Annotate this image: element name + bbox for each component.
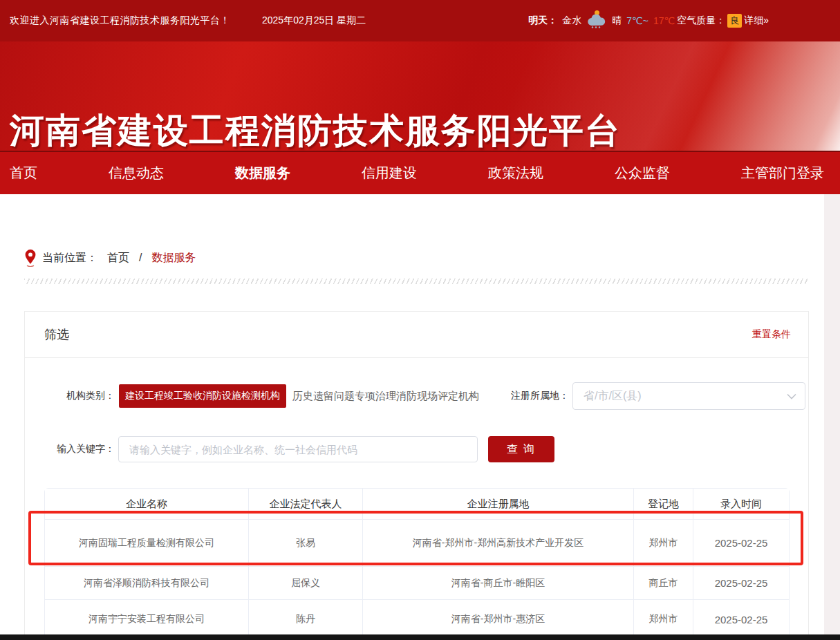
slash-divider (24, 279, 809, 284)
table-row: 河南宇宁安装工程有限公司陈丹河南省-郑州市-惠济区郑州市2025-02-25 (45, 600, 789, 639)
weather-detail-link[interactable]: 详细» (744, 15, 769, 27)
weather-tomorrow-label: 明天： (528, 15, 557, 27)
site-title: 河南省建设工程消防技术服务阳光平台 (10, 108, 621, 151)
table-cell: 河南省-郑州市-惠济区 (363, 600, 634, 639)
scrollbar[interactable] (824, 194, 840, 634)
column-header: 企业法定代表人 (249, 489, 363, 520)
keyword-label: 输入关键字： (25, 443, 115, 455)
companies-table: 企业名称企业法定代表人企业注册属地登记地录入时间 河南固瑞工程质量检测有限公司张… (44, 488, 790, 639)
category-option-legacy-assessment[interactable]: 历史遗留问题专项治理消防现场评定机构 (292, 390, 479, 403)
table-cell: 河南宇宁安装工程有限公司 (45, 600, 249, 639)
table-cell: 2025-02-25 (693, 600, 789, 639)
reset-filters-link[interactable]: 重置条件 (752, 328, 791, 341)
location-pin-icon (24, 249, 37, 267)
breadcrumb-label: 当前位置： (42, 251, 97, 265)
table-cell: 河南固瑞工程质量检测有限公司 (45, 520, 249, 567)
category-filter-row: 机构类别： 建设工程竣工验收消防设施检测机构历史遗留问题专项治理消防现场评定机构… (25, 382, 808, 410)
temp-high: 17℃ (653, 15, 675, 26)
table-cell: 陈丹 (249, 600, 363, 639)
breadcrumb: 当前位置： 首页 / 数据服务 (24, 249, 196, 267)
date-text: 2025年02月25日 星期二 (262, 15, 366, 27)
weather-widget: 明天： 金水 晴 7℃~ 17℃ 空气质量： 良 详细» (528, 12, 769, 29)
filter-title: 筛选 (44, 326, 69, 343)
temp-low: 7℃~ (626, 15, 648, 26)
nav-item-news[interactable]: 信息动态 (109, 164, 235, 182)
table-cell: 2025-02-25 (693, 520, 789, 567)
column-header: 录入时间 (693, 489, 789, 520)
keyword-filter-row: 输入关键字： 查 询 (25, 436, 808, 462)
region-select-placeholder: 省/市/区(县) (584, 389, 642, 404)
category-option-acceptance-testing[interactable]: 建设工程竣工验收消防设施检测机构 (119, 384, 286, 408)
breadcrumb-home[interactable]: 首页 (107, 251, 129, 265)
main-nav: 首页信息动态数据服务信用建设政策法规公众监督主管部门登录 (0, 151, 840, 194)
air-quality-badge: 良 (727, 14, 742, 28)
column-header: 企业注册属地 (363, 489, 634, 520)
table-row: 河南固瑞工程质量检测有限公司张易河南省-郑州市-郑州高新技术产业开发区郑州市20… (45, 520, 789, 567)
region-label: 注册所属地： (508, 390, 569, 402)
table-cell: 张易 (249, 520, 363, 567)
nav-item-supervision[interactable]: 公众监督 (615, 164, 741, 182)
keyword-input[interactable] (118, 436, 478, 462)
nav-item-policy[interactable]: 政策法规 (488, 164, 615, 182)
search-button[interactable]: 查 询 (488, 436, 554, 462)
breadcrumb-current: 数据服务 (151, 251, 196, 265)
air-quality-label: 空气质量： (677, 15, 725, 27)
table-row: 河南省泽顺消防科技有限公司屈保义河南省-商丘市-睢阳区商丘市2025-02-25 (45, 567, 789, 600)
table-cell: 郑州市 (634, 520, 693, 567)
weather-district: 金水 (562, 15, 581, 27)
top-info-bar: 欢迎进入河南省建设工程消防技术服务阳光平台！ 2025年02月25日 星期二 明… (0, 0, 840, 41)
nav-item-home[interactable]: 首页 (10, 164, 109, 182)
cloud-icon (586, 12, 607, 29)
table-cell: 河南省-商丘市-睢阳区 (363, 567, 634, 600)
site-banner: 河南省建设工程消防技术服务阳光平台 (0, 41, 840, 151)
table-cell: 河南省泽顺消防科技有限公司 (45, 567, 249, 600)
category-label: 机构类别： (25, 390, 115, 402)
region-select[interactable]: 省/市/区(县) (572, 382, 805, 410)
weather-condition: 晴 (612, 15, 622, 27)
table-cell: 郑州市 (634, 600, 693, 639)
page: 欢迎进入河南省建设工程消防技术服务阳光平台！ 2025年02月25日 星期二 明… (0, 0, 840, 640)
column-header: 企业名称 (45, 489, 249, 520)
table-cell: 2025-02-25 (693, 567, 789, 600)
nav-item-data-service[interactable]: 数据服务 (235, 164, 362, 182)
table-cell: 河南省-郑州市-郑州高新技术产业开发区 (363, 520, 634, 567)
filter-panel-header: 筛选 重置条件 (25, 312, 808, 358)
chevron-down-icon (787, 393, 796, 399)
filter-panel: 筛选 重置条件 机构类别： 建设工程竣工验收消防设施检测机构历史遗留问题专项治理… (24, 311, 809, 640)
nav-item-credit[interactable]: 信用建设 (362, 164, 488, 182)
column-header: 登记地 (634, 489, 693, 520)
welcome-text: 欢迎进入河南省建设工程消防技术服务阳光平台！ (10, 15, 230, 27)
table-cell: 屈保义 (249, 567, 363, 600)
footer-edge (0, 634, 840, 640)
nav-item-admin-login[interactable]: 主管部门登录 (741, 164, 824, 182)
breadcrumb-separator: / (139, 252, 142, 264)
table-cell: 商丘市 (634, 567, 693, 600)
